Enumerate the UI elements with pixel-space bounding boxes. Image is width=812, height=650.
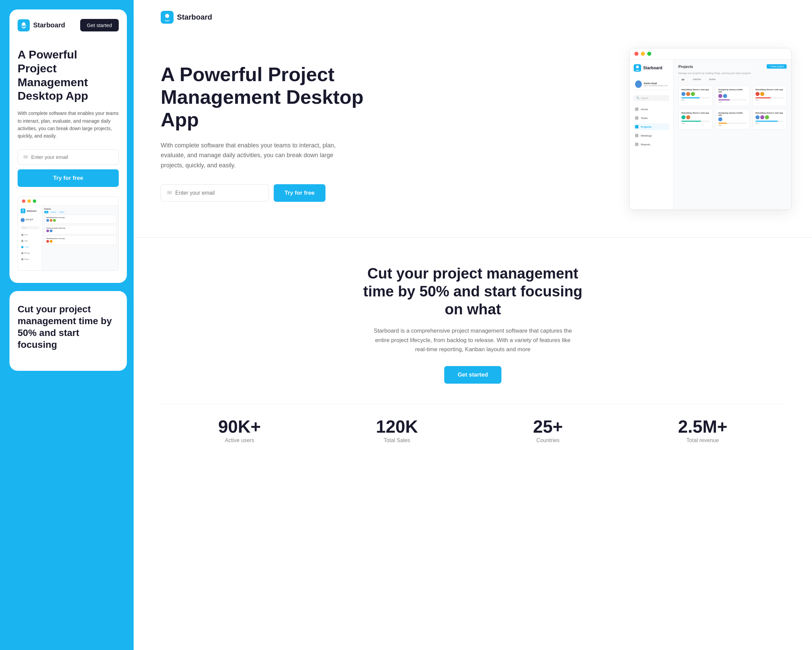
desktop-logo-icon bbox=[161, 11, 174, 24]
logo-icon bbox=[18, 19, 30, 32]
mobile-hero-title: A Powerful Project Management Desktop Ap… bbox=[18, 48, 119, 103]
desk-logo-text: Starboard bbox=[643, 65, 662, 70]
desktop-hero-title: A Powerful Project Management Desktop Ap… bbox=[161, 63, 377, 131]
stats-title: Cut your project management time by 50% … bbox=[354, 265, 591, 318]
dot-green bbox=[33, 199, 36, 203]
desk-new-project-btn[interactable]: + New project bbox=[767, 64, 787, 69]
desk-sidebar: Starboard Karim Amal karim.amal@example.… bbox=[630, 59, 674, 209]
stat-total-sales-label: Total Sales bbox=[376, 437, 418, 443]
mini-avatar bbox=[21, 218, 25, 222]
mini-search: Search bbox=[21, 226, 39, 229]
mobile-logo: Starboard bbox=[18, 19, 65, 32]
desk-dot-red bbox=[634, 52, 638, 56]
stats-desc: Starboard is a comprehensive project man… bbox=[371, 326, 574, 354]
desktop-email-icon: ✉ bbox=[167, 189, 172, 196]
stat-countries: 25+ Countries bbox=[533, 418, 563, 443]
desktop-email-row: ✉ Try for free bbox=[161, 184, 377, 202]
desk-user-email: karim.amal@example.com bbox=[644, 85, 668, 87]
stat-total-revenue: 2.5M+ Total revenue bbox=[678, 418, 727, 443]
mobile-navbar: Starboard Get started bbox=[18, 19, 119, 32]
mini-logo-text: Starboard bbox=[27, 210, 36, 212]
mobile-hero-desc: With complete software that enables your… bbox=[18, 110, 119, 140]
svg-point-1 bbox=[22, 22, 25, 26]
left-panel: Starboard Get started A Powerful Project… bbox=[0, 0, 134, 650]
svg-point-3 bbox=[22, 210, 24, 211]
stats-numbers: 90K+ Active users 120K Total Sales 25+ C… bbox=[161, 404, 785, 450]
stat-total-sales-value: 120K bbox=[376, 418, 418, 435]
stats-header: Cut your project management time by 50% … bbox=[161, 265, 785, 384]
desk-user-name: Karim Amal bbox=[644, 82, 668, 85]
stat-active-users: 90K+ Active users bbox=[218, 418, 261, 443]
desk-avatar bbox=[635, 81, 642, 88]
stat-active-users-value: 90K+ bbox=[218, 418, 261, 435]
mobile-email-input[interactable] bbox=[31, 154, 113, 160]
desktop-try-free-button[interactable]: Try for free bbox=[274, 184, 325, 202]
stat-active-users-label: Active users bbox=[218, 437, 261, 443]
mini-user-email: karim.amal@... bbox=[26, 220, 33, 221]
desktop-app-screenshot: Starboard Karim Amal karim.amal@example.… bbox=[629, 48, 792, 210]
mobile-email-wrapper: ✉ bbox=[18, 149, 119, 164]
stats-get-started-button[interactable]: Get started bbox=[444, 366, 502, 384]
stat-total-sales: 120K Total Sales bbox=[376, 418, 418, 443]
dot-red bbox=[22, 199, 25, 203]
mini-sidebar: Starboard Karim Amal karim.amal@... Sear… bbox=[18, 206, 42, 270]
mobile-logo-text: Starboard bbox=[33, 21, 65, 29]
mobile-app-screenshot: Starboard Karim Amal karim.amal@... Sear… bbox=[18, 196, 119, 271]
desk-main: Projects + New project Manage your proje… bbox=[674, 59, 791, 209]
desktop-navbar: Starboard bbox=[134, 0, 812, 35]
stat-total-revenue-label: Total revenue bbox=[678, 437, 727, 443]
desk-main-title: Projects bbox=[678, 65, 693, 69]
right-panel: Starboard A Powerful Project Management … bbox=[134, 0, 812, 650]
dot-yellow bbox=[27, 199, 31, 203]
svg-point-5 bbox=[165, 14, 169, 18]
desktop-hero-content: A Powerful Project Management Desktop Ap… bbox=[161, 63, 377, 201]
stat-total-revenue-value: 2.5M+ bbox=[678, 418, 727, 435]
stat-countries-label: Countries bbox=[533, 437, 563, 443]
mini-main: Projects All Inactive Active Rebuilding … bbox=[42, 206, 118, 270]
mobile-second-title: Cut your project management time by 50% … bbox=[18, 303, 119, 350]
desktop-email-input[interactable] bbox=[175, 190, 250, 196]
svg-point-7 bbox=[636, 65, 639, 68]
desk-dot-yellow bbox=[641, 52, 645, 56]
desk-toolbar bbox=[630, 48, 791, 59]
desktop-hero-desc: With complete software that enables your… bbox=[161, 141, 337, 171]
mobile-get-started-button[interactable]: Get started bbox=[80, 19, 119, 32]
desktop-hero: A Powerful Project Management Desktop Ap… bbox=[134, 35, 812, 237]
stats-section: Cut your project management time by 50% … bbox=[134, 237, 812, 470]
stat-countries-value: 25+ bbox=[533, 418, 563, 435]
desktop-email-wrapper: ✉ bbox=[161, 184, 269, 201]
desk-main-desc: Manage your projects by creating things,… bbox=[678, 72, 787, 75]
mobile-try-free-button[interactable]: Try for free bbox=[18, 169, 119, 187]
mobile-email-icon: ✉ bbox=[23, 154, 28, 160]
mobile-second-card: Cut your project management time by 50% … bbox=[9, 291, 127, 371]
desk-dot-green bbox=[647, 52, 651, 56]
desktop-logo: Starboard bbox=[161, 11, 212, 24]
desktop-logo-text: Starboard bbox=[177, 13, 212, 21]
mobile-card: Starboard Get started A Powerful Project… bbox=[9, 9, 127, 283]
